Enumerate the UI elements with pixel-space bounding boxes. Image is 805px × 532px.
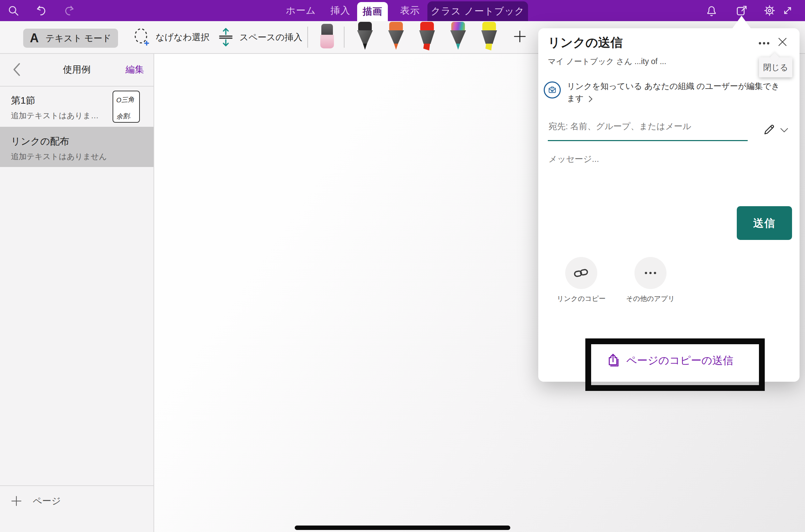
sidebar-header: 使用例 編集 <box>0 53 153 87</box>
black-pen-tool[interactable] <box>354 22 376 52</box>
app-top-bar: ホーム 挿入 描画 表示 クラス ノートブック <box>0 0 805 21</box>
recipient-field-wrap <box>548 121 748 132</box>
home-indicator[interactable] <box>295 526 510 530</box>
page-item-link-distribution[interactable]: リンクの配布 追加テキストはありません <box>0 127 153 167</box>
message-field-wrap <box>548 154 759 164</box>
edit-button[interactable]: 編集 <box>126 63 144 76</box>
fullscreen-expand-icon[interactable] <box>780 3 795 18</box>
redo-icon[interactable] <box>62 3 76 18</box>
tab-draw[interactable]: 描画 <box>357 2 388 21</box>
copy-link-label: リンクのコピー <box>547 294 615 303</box>
yellow-highlighter-tool[interactable] <box>478 22 500 52</box>
sidebar-footer: ページ <box>0 485 153 519</box>
text-mode-a-icon: A <box>30 31 39 45</box>
chevron-down-icon[interactable] <box>779 126 789 135</box>
toolbar-divider <box>307 27 308 48</box>
eraser-tool[interactable] <box>320 24 334 51</box>
undo-icon[interactable] <box>34 3 48 18</box>
tab-home[interactable]: ホーム <box>280 0 321 21</box>
organization-briefcase-icon <box>544 81 561 98</box>
toolbar-divider <box>344 27 345 48</box>
page-item-section1[interactable]: 第1節 追加テキストはありま… O三角 余割. <box>0 86 153 126</box>
close-tooltip: 閉じる <box>759 57 792 77</box>
lasso-select-button[interactable]: なげなわ選択 <box>133 21 209 53</box>
tab-class-notebook[interactable]: クラス ノートブック <box>427 1 528 21</box>
plus-icon <box>10 495 23 507</box>
settings-gear-icon[interactable] <box>762 3 777 18</box>
insert-space-icon <box>218 27 234 47</box>
link-permission-row[interactable]: リンクを知っている あなたの組織 のユーザーが編集できます <box>544 80 787 105</box>
more-apps-button[interactable] <box>634 257 667 289</box>
notebook-subtitle: マイ ノートブック さん ...ity of ... <box>548 56 666 67</box>
chevron-right-icon <box>586 96 592 102</box>
page-thumbnail: O三角 余割. <box>113 91 140 123</box>
link-icon <box>573 265 589 281</box>
text-mode-button[interactable]: A テキスト モード <box>23 29 118 48</box>
recipient-underline <box>548 140 748 141</box>
send-button[interactable]: 送信 <box>737 206 792 240</box>
orange-pen-tool[interactable] <box>385 22 407 52</box>
message-input[interactable] <box>548 154 761 164</box>
permission-text: リンクを知っている あなたの組織 のユーザーが編集できます <box>567 80 787 105</box>
rainbow-pen-tool[interactable] <box>447 22 469 52</box>
close-icon[interactable] <box>775 34 790 49</box>
tab-view[interactable]: 表示 <box>392 0 428 21</box>
page-list-sidebar: 使用例 編集 第1節 追加テキストはありま… O三角 余割. リンクの配布 追加… <box>0 53 154 532</box>
more-options-icon[interactable] <box>757 36 772 51</box>
recipient-input[interactable] <box>548 121 749 132</box>
send-link-dialog: リンクの送信 マイ ノートブック さん ...ity of ... リンクを知っ… <box>538 28 800 382</box>
add-page-button[interactable]: ページ <box>10 495 61 507</box>
edit-permission-pencil-icon[interactable] <box>762 123 776 137</box>
copy-link-button[interactable] <box>565 257 597 289</box>
dialog-pointer <box>732 16 751 29</box>
more-apps-label: その他のアプリ <box>616 294 685 303</box>
ellipsis-icon <box>643 265 658 280</box>
lasso-icon <box>133 28 150 47</box>
insert-space-button[interactable]: スペースの挿入 <box>218 21 302 53</box>
search-icon[interactable] <box>6 3 20 18</box>
highlight-annotation-rect <box>585 338 765 391</box>
red-marker-tool[interactable] <box>416 22 438 52</box>
dialog-title: リンクの送信 <box>548 34 623 51</box>
notifications-bell-icon[interactable] <box>704 3 719 18</box>
add-pen-plus-icon[interactable] <box>513 29 527 44</box>
tab-insert[interactable]: 挿入 <box>324 0 357 21</box>
